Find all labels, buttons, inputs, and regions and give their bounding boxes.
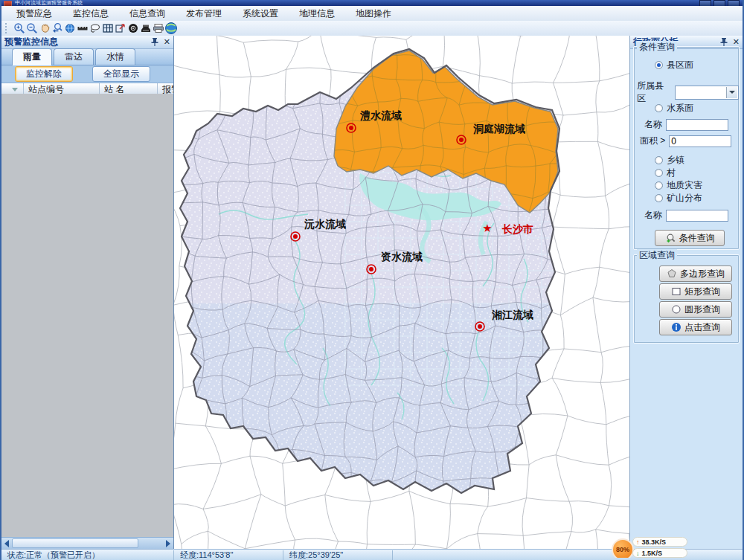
close-button[interactable] [728,0,740,6]
up-arrow-icon: ↑ [636,538,640,546]
condition-query-label: 条件查询 [637,41,677,54]
radio-county-area[interactable]: 县区面 [655,59,693,71]
radio-icon [655,181,663,190]
condition-query-button[interactable]: 条件查询 [655,230,725,246]
menu-system-settings[interactable]: 系统设置 [234,6,287,22]
measure-ruler-icon[interactable] [76,22,89,35]
close-panel-icon[interactable]: ✕ [164,37,170,47]
lasso-select-icon[interactable] [89,22,101,35]
menu-map-operation[interactable]: 地图操作 [347,6,400,22]
status-text: 状态:正常（预警已开启） [1,550,174,560]
name-input[interactable] [666,119,728,131]
radio-geo-disaster[interactable]: 地质灾害 [655,179,702,192]
maximize-button[interactable] [713,0,725,6]
scrollbar-thumb[interactable] [12,538,138,548]
condition-query-group: 条件查询 县区面 所属县区 水系面 名称 面积 > [633,46,740,250]
upload-speed: ↑ 38.3K/S [632,537,687,547]
area-field-label: 面积 > [640,135,665,147]
download-speed: ↓ 1.5K/S [632,548,687,558]
zoom-previous-icon[interactable] [51,22,63,35]
app-window: 中小河流域监测预警服务系统 预警应急 监控信息 信息查询 发布管理 系统设置 地… [0,0,744,560]
tab-rainfall[interactable]: 雨量 [12,48,52,65]
internet-globe-icon[interactable] [164,22,177,35]
radio-icon [655,104,663,112]
watershed-label: 湘江流域 [491,309,533,321]
county-select-label: 所属县区 [637,80,672,105]
full-extent-globe-icon[interactable] [63,22,76,35]
latitude-readout: 纬度:25°39'25" [283,550,393,560]
down-arrow-icon: ↓ [636,550,640,557]
map-container: 澧水流域洞庭湖流域沅水流域资水流域湘江流域★长沙市 [174,36,629,549]
left-panel-title: 预警监控信息 [4,36,58,48]
toolbar [1,21,744,36]
menu-geo-info[interactable]: 地理信息 [290,6,344,22]
window-title: 中小河流域监测预警服务系统 [15,0,83,5]
watershed-label: 洞庭湖流域 [472,123,525,135]
horizontal-scrollbar[interactable] [1,537,173,549]
info-icon [671,322,682,332]
network-percent-badge: 80% [612,538,634,560]
chevron-down-icon[interactable] [726,87,737,98]
name2-field-label: 名称 [644,209,662,222]
rectangle-icon [671,286,682,297]
pin-icon[interactable] [150,37,159,47]
polygon-query-button[interactable]: 多边形查询 [659,265,732,282]
menu-publish-manage[interactable]: 发布管理 [177,6,231,22]
circle-query-button[interactable]: 圆形查询 [659,301,732,318]
window-buttons [699,0,740,6]
admin-analysis-panel: 行政面分析 ✕ 条件查询 县区面 所属县区 水系面 名称 [629,36,743,549]
region-query-group: 区域查询 多边形查询 矩形查询 圆形查询 点击查询 [633,254,740,344]
city-label: 长沙市 [501,223,533,235]
pan-hand-icon[interactable] [38,22,51,35]
radio-village[interactable]: 村 [655,167,676,179]
region-query-label: 区域查询 [637,249,677,262]
tab-water-regime[interactable]: 水情 [95,48,135,65]
circle-icon [671,304,682,315]
watershed-label: 澧水流域 [359,109,402,121]
scroll-left-arrow[interactable] [4,540,9,547]
watershed-label: 沅水流域 [304,218,346,230]
toolbar-grip [5,23,10,33]
left-panel-buttons: 监控解除 全部显示 [1,65,173,83]
radio-township[interactable]: 乡镇 [655,154,684,167]
city-star-icon: ★ [482,222,492,234]
left-panel-tabs: 雨量 雷达 水情 [1,49,173,65]
radio-icon [655,61,663,69]
left-panel-titlebar: 预警监控信息 ✕ [1,36,173,49]
radio-mine-distribution[interactable]: 矿山分布 [655,192,702,205]
menu-info-query[interactable]: 信息查询 [121,6,174,22]
longitude-readout: 经度:114°53'8" [174,550,283,560]
county-select[interactable] [675,86,739,100]
name2-input[interactable] [666,210,728,222]
warning-monitor-panel: 预警监控信息 ✕ 雨量 雷达 水情 监控解除 全部显示 站点编号 站 名 报警类… [1,36,174,549]
polygon-icon [667,268,677,279]
zoom-in-icon[interactable] [13,22,25,35]
menu-bar: 预警应急 监控信息 信息查询 发布管理 系统设置 地理信息 地图操作 [1,6,744,22]
map-canvas[interactable]: 澧水流域洞庭湖流域沅水流域资水流域湘江流域★长沙市 [174,36,629,549]
click-query-button[interactable]: 点击查询 [659,319,732,335]
sort-icon [12,88,18,91]
station-table-body[interactable] [1,94,173,538]
show-all-button[interactable]: 全部显示 [92,66,150,82]
watershed-label: 资水流域 [381,251,423,263]
area-input[interactable] [669,135,731,147]
menu-warning-emergency[interactable]: 预警应急 [7,6,61,22]
network-monitor-widget[interactable]: 80% ↑ 38.3K/S ↓ 1.5K/S [612,537,723,560]
menu-monitor-info[interactable]: 监控信息 [64,6,118,22]
radio-icon [655,156,663,164]
rectangle-query-button[interactable]: 矩形查询 [659,283,732,300]
record-icon[interactable] [126,22,139,35]
stack-icon[interactable] [139,22,152,35]
monitor-release-button[interactable]: 监控解除 [15,66,73,82]
scroll-right-arrow[interactable] [166,540,170,547]
radio-icon [655,169,663,177]
print-icon[interactable] [152,22,164,35]
radio-water-system[interactable]: 水系面 [655,102,693,115]
export-icon[interactable] [114,22,126,35]
tab-radar[interactable]: 雷达 [54,48,94,65]
radio-icon [655,194,663,202]
name-field-label: 名称 [644,118,662,131]
minimize-button[interactable] [699,0,711,6]
zoom-out-icon[interactable] [25,22,38,35]
grid-view-icon[interactable] [101,22,114,35]
